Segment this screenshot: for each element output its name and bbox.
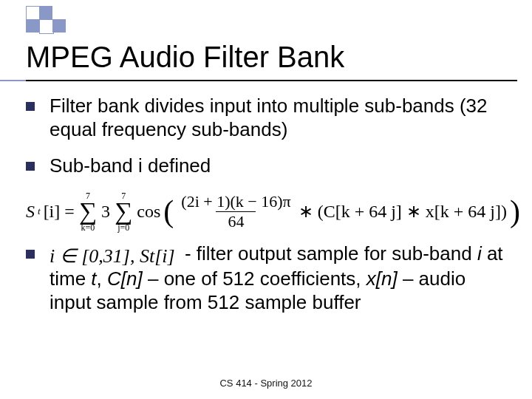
bullet-list: Filter bank divides input into multiple … xyxy=(26,95,510,178)
bullet-list-2: i ∈ [0,31], St[i] - filter output sample… xyxy=(26,242,510,315)
b3-t1: - filter output sample for sub-band xyxy=(180,242,477,265)
b3-t4: – one of 512 coefficients, xyxy=(143,267,366,290)
sum-k: 7 ∑ k=0 xyxy=(79,191,97,232)
sum-j-bot: j=0 xyxy=(117,223,129,232)
b3-math-head: i ∈ [0,31], S xyxy=(50,245,149,267)
lhs-t: t xyxy=(38,205,41,217)
paren-open-icon: ( xyxy=(163,200,174,225)
b3-t: t xyxy=(91,267,96,290)
three: 3 xyxy=(101,202,110,222)
fraction: (2i + 1)(k − 16)π 64 xyxy=(178,194,293,230)
formula-tail: ∗ (C[k + 64 j] ∗ x[k + 64 j]) xyxy=(299,201,507,222)
slide: MPEG Audio Filter Bank Filter bank divid… xyxy=(0,0,532,399)
lhs-idx: [i] = xyxy=(44,202,75,222)
slide-body: Filter bank divides input into multiple … xyxy=(26,95,510,328)
formula-block: St[i] = 7 ∑ k=0 3 7 ∑ j=0 cos ( (2i + 1)… xyxy=(26,191,510,232)
paren-close-icon: ) xyxy=(510,200,520,225)
cos: cos xyxy=(137,202,160,222)
slide-footer: CS 414 - Spring 2012 xyxy=(0,378,532,389)
fraction-den: 64 xyxy=(216,211,256,230)
fraction-num: (2i + 1)(k − 16)π xyxy=(178,194,293,211)
bullet-3-lead-math: i ∈ [0,31], St[i] xyxy=(50,245,175,268)
bullet-3: i ∈ [0,31], St[i] - filter output sample… xyxy=(26,242,510,315)
b3-math-tail: [i] xyxy=(154,245,174,267)
bullet-1-text: Filter bank divides input into multiple … xyxy=(50,95,488,140)
lhs-S: S xyxy=(26,202,35,222)
sum-j: 7 ∑ j=0 xyxy=(115,191,132,232)
bullet-2: Sub-band i defined xyxy=(26,154,510,178)
b3-cn: C[n] xyxy=(107,267,143,290)
bullet-1: Filter bank divides input into multiple … xyxy=(26,95,510,141)
title-rule xyxy=(26,80,517,81)
sigma-icon: ∑ xyxy=(115,200,132,223)
rule-accent xyxy=(0,80,26,81)
slide-title: MPEG Audio Filter Bank xyxy=(26,41,506,74)
sigma-icon: ∑ xyxy=(79,200,97,223)
formula: St[i] = 7 ∑ k=0 3 7 ∑ j=0 cos ( (2i + 1)… xyxy=(26,191,510,232)
b3-xn: x[n] xyxy=(366,267,398,290)
bullet-2-text: Sub-band i defined xyxy=(50,154,211,177)
b3-t3: , xyxy=(97,267,107,290)
sum-k-bot: k=0 xyxy=(81,223,95,232)
